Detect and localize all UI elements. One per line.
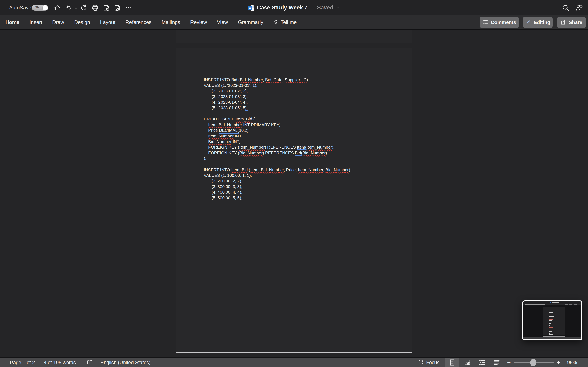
draft-view-icon[interactable] — [493, 359, 501, 366]
word-count-status[interactable]: 4 of 195 words — [44, 358, 76, 367]
focus-mode-button[interactable]: Focus — [418, 358, 439, 367]
title-bar: AutoSave ON W Case Study Week 7 — Saved — [0, 0, 588, 15]
text-line: (3, 300.00, 3, 3), — [204, 184, 392, 189]
sql-block: INSERT INTO Bid (Bid_Number, Bid_Date, S… — [204, 77, 392, 111]
autosave-toggle[interactable]: ON — [32, 5, 48, 11]
tab-layout[interactable]: Layout — [100, 19, 115, 25]
language-status[interactable]: English (United States) — [100, 358, 150, 367]
text-line: (5, 500.00, 5, 5); — [204, 195, 392, 201]
zoom-percentage[interactable]: 95% — [567, 358, 577, 367]
tab-references[interactable]: References — [125, 19, 151, 25]
document-save-status: — Saved — [310, 4, 333, 11]
editing-mode-button[interactable]: Editing — [523, 17, 553, 28]
document-page[interactable]: INSERT INTO Bid (Bid_Number, Bid_Date, S… — [176, 48, 412, 352]
text-line: FOREIGN KEY (Bid_Number) REFERENCES Bid(… — [204, 150, 392, 156]
pencil-icon — [525, 19, 531, 25]
thumbnail-word-icon — [550, 302, 551, 303]
text-line: CREATE TABLE Item_Bid ( — [204, 116, 392, 122]
share-feedback-icon[interactable] — [575, 4, 584, 12]
tell-me-label: Tell me — [281, 19, 297, 25]
svg-text:W: W — [249, 6, 251, 9]
text-line: INSERT INTO Bid (Bid_Number, Bid_Date, S… — [204, 77, 392, 83]
sql-block: INSERT INTO Item_Bid (Item_Bid_Number, P… — [204, 167, 392, 201]
focus-label: Focus — [426, 360, 439, 365]
document-title: Case Study Week 7 — [257, 4, 307, 11]
text-line: (4, '2023-01-04', 4), — [204, 99, 392, 105]
text-line: (5, '2023-01-05', 5); — [204, 105, 392, 111]
home-icon[interactable] — [53, 4, 61, 11]
text-line: FOREIGN KEY (Item_Number) REFERENCES Ite… — [204, 144, 392, 150]
tab-insert[interactable]: Insert — [29, 19, 42, 25]
save-edit-icon[interactable] — [113, 4, 121, 11]
text-line: (2, 200.00, 2, 2), — [204, 178, 392, 184]
sql-block: CREATE TABLE Item_Bid (Item_Bid_Number I… — [204, 116, 392, 161]
title-chevron-down-icon[interactable] — [336, 6, 340, 10]
tab-draw[interactable]: Draw — [52, 19, 64, 25]
previous-page-fragment[interactable] — [176, 30, 412, 43]
share-icon — [561, 19, 567, 25]
thumbnail-ribbon — [523, 304, 581, 305]
text-line: VALUES (1, 100.00, 1, 1), — [204, 173, 392, 178]
text-line: Item_Bid_Number INT PRIMARY KEY, — [204, 122, 392, 128]
page-number-status[interactable]: Page 1 of 2 — [10, 358, 35, 367]
screenshot-thumbnail[interactable] — [522, 300, 582, 340]
thumbnail-titlebar — [523, 301, 581, 304]
text-line: INSERT INTO Item_Bid (Item_Bid_Number, P… — [204, 167, 392, 173]
zoom-slider-thumb[interactable] — [530, 359, 536, 366]
comments-button[interactable]: Comments — [480, 17, 519, 28]
more-icon[interactable] — [125, 4, 132, 11]
zoom-out-button[interactable]: − — [507, 358, 511, 367]
tab-view[interactable]: View — [217, 19, 228, 25]
search-icon[interactable] — [562, 4, 570, 12]
thumbnail-statusbar — [523, 337, 581, 339]
word-app-window: AutoSave ON W Case Study Week 7 — Saved … — [0, 0, 588, 367]
tab-grammarly[interactable]: Grammarly — [238, 19, 263, 25]
proofing-errors-icon[interactable] — [86, 359, 93, 366]
tab-home[interactable]: Home — [5, 19, 19, 25]
redo-icon[interactable] — [80, 4, 87, 11]
autosave-toggle-state: ON — [35, 6, 39, 9]
web-layout-view-icon[interactable] — [464, 359, 471, 366]
zoom-slider[interactable] — [514, 362, 554, 363]
comment-icon — [483, 19, 489, 25]
tab-design[interactable]: Design — [74, 19, 90, 25]
share-button[interactable]: Share — [557, 17, 586, 28]
comments-button-label: Comments — [491, 20, 516, 25]
ribbon-tabs: HomeInsertDrawDesignLayoutReferencesMail… — [5, 15, 297, 29]
text-line: Bid_Number INT, — [204, 139, 392, 145]
editing-button-label: Editing — [534, 20, 550, 25]
outline-view-icon[interactable] — [478, 359, 486, 366]
tab-tell-me[interactable]: Tell me — [273, 19, 297, 25]
tab-mailings[interactable]: Mailings — [162, 19, 180, 25]
save-sync-icon[interactable] — [103, 4, 110, 11]
text-line: VALUES (1, '2023-01-01', 1), — [204, 83, 392, 88]
focus-icon — [418, 360, 424, 365]
thumbnail-page — [543, 307, 565, 335]
autosave-toggle-knob — [43, 5, 48, 10]
print-icon[interactable] — [91, 4, 99, 11]
chevron-down-icon[interactable] — [74, 6, 78, 10]
print-layout-view-icon[interactable] — [449, 359, 456, 366]
document-canvas: INSERT INTO Bid (Bid_Number, Bid_Date, S… — [0, 30, 588, 358]
document-text: INSERT INTO Bid (Bid_Number, Bid_Date, S… — [204, 77, 392, 201]
document-title-group: W Case Study Week 7 — Saved — [248, 0, 340, 15]
share-button-label: Share — [569, 20, 582, 25]
tab-review[interactable]: Review — [190, 19, 207, 25]
thumbnail-title-bar-text — [552, 302, 559, 303]
text-line: (2, '2023-01-02', 2), — [204, 88, 392, 94]
zoom-in-button[interactable]: + — [557, 358, 560, 367]
autosave-label: AutoSave — [9, 0, 31, 15]
text-line: (4, 400.00, 4, 4), — [204, 189, 392, 195]
status-bar: Page 1 of 2 4 of 195 words English (Unit… — [0, 358, 588, 367]
text-line: ); — [204, 156, 392, 161]
word-doc-icon: W — [248, 4, 254, 11]
text-line: Item_Number INT, — [204, 133, 392, 139]
lightbulb-icon — [273, 19, 279, 25]
text-line: (3, '2023-01-03', 3), — [204, 94, 392, 100]
undo-icon[interactable] — [65, 4, 72, 11]
text-line: Price DECIMAL(10,2), — [204, 127, 392, 133]
ribbon-tab-bar: HomeInsertDrawDesignLayoutReferencesMail… — [0, 15, 588, 30]
